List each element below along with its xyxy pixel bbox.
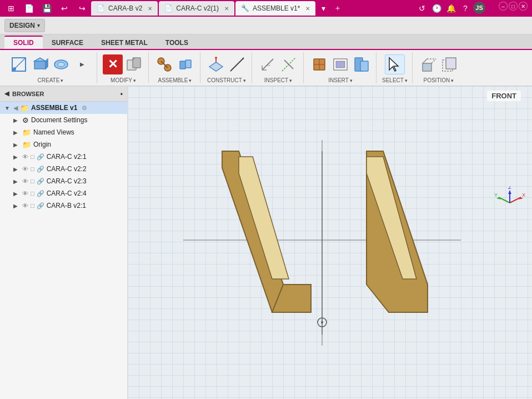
tab-assemble[interactable]: 🔧 ASSEMBLE v1* ✕: [235, 1, 315, 16]
tab-cara-b[interactable]: 📄 CARA-B v2 ✕: [91, 1, 158, 16]
new-tab-icon[interactable]: ＋: [331, 2, 344, 15]
section-select: SELECT ▾: [378, 52, 413, 83]
modify-text: MODIFY: [111, 77, 132, 83]
tab-solid[interactable]: SOLID: [4, 36, 43, 49]
refresh-icon[interactable]: ↺: [415, 2, 429, 15]
cara-c-1-check-icon[interactable]: □: [31, 153, 34, 160]
tab-cara-c[interactable]: 📄 CARA-C v2(1) ✕: [159, 1, 234, 16]
cara-c-3-arrow: ▶: [13, 178, 20, 184]
inspect-measure-tool[interactable]: ↔: [258, 54, 278, 74]
cara-c-4-eye-icon[interactable]: 👁: [22, 190, 28, 197]
app-menu-icon[interactable]: ⊞: [4, 2, 18, 15]
user-icon[interactable]: JS: [473, 2, 485, 14]
insert-tool3[interactable]: [352, 54, 372, 74]
viewport[interactable]: FRONT X Y Z: [128, 86, 532, 399]
origin-label: Origin: [33, 141, 51, 148]
svg-point-60: [321, 321, 323, 323]
tab-cara-c-label: CARA-C v2(1): [176, 4, 219, 12]
modify-tool2[interactable]: [124, 54, 144, 74]
insert-tool1[interactable]: [309, 54, 329, 74]
cara-b-1-eye-icon[interactable]: 👁: [22, 202, 28, 209]
root-arrow: ▼: [4, 105, 11, 111]
construct-label[interactable]: CONSTRUCT ▾: [207, 77, 246, 83]
tab-cara-b-icon: 📄: [97, 4, 105, 12]
cara-c-2-label: CARA-C v2:2: [47, 165, 87, 173]
design-dropdown[interactable]: DESIGN ▾: [4, 19, 45, 32]
construct-axis-tool[interactable]: [227, 54, 247, 74]
cara-b-1-check-icon[interactable]: □: [31, 202, 34, 209]
save-icon[interactable]: 💾: [40, 2, 53, 15]
main-layout: ◀ BROWSER • ▼ ◀ 📁 ASSEMBLE v1 ⚙ ▶ ⚙ Docu…: [0, 86, 532, 399]
undo-icon[interactable]: ↩: [58, 2, 71, 15]
help-icon[interactable]: ?: [459, 2, 472, 15]
select-tool[interactable]: [385, 54, 405, 74]
create-more-tool[interactable]: ▶: [72, 54, 92, 74]
create-revolve-tool[interactable]: [51, 54, 71, 74]
cara-c-1-eye-icon[interactable]: 👁: [22, 153, 28, 160]
tab-sheet-metal[interactable]: SHEET METAL: [92, 37, 157, 49]
cara-c-3-eye-icon[interactable]: 👁: [22, 178, 28, 184]
modify-delete-tool[interactable]: ✕: [103, 54, 123, 74]
create-tools: ▶: [9, 52, 92, 76]
bell-icon[interactable]: 🔔: [444, 2, 458, 15]
cara-c-1-arrow: ▶: [13, 154, 20, 160]
create-text: CREATE: [38, 77, 60, 83]
tree-named-views[interactable]: ▶ 📁 Named Views: [0, 126, 127, 138]
cara-c-2-eye-icon[interactable]: 👁: [22, 166, 28, 172]
create-label[interactable]: CREATE ▾: [38, 77, 64, 83]
create-extrude-tool[interactable]: [30, 54, 50, 74]
cara-c-2-check-icon[interactable]: □: [31, 166, 34, 172]
toolbar-main: ▶ CREATE ▾ ✕ MODIFY ▾: [0, 50, 532, 86]
root-gear-icon[interactable]: ⚙: [82, 104, 87, 112]
svg-point-19: [215, 57, 217, 59]
history-icon[interactable]: 🕐: [430, 2, 443, 15]
construct-plane-tool[interactable]: [206, 54, 226, 74]
assemble-label[interactable]: ASSEMBLE ▾: [158, 77, 192, 83]
tab-assemble-close[interactable]: ✕: [305, 6, 310, 12]
tab-surface[interactable]: SURFACE: [43, 37, 92, 49]
tab-tools[interactable]: TOOLS: [157, 37, 197, 49]
position-label[interactable]: POSITION ▾: [424, 77, 454, 83]
assemble-tool1[interactable]: [154, 54, 174, 74]
maximize-button[interactable]: □: [509, 2, 518, 11]
minimize-button[interactable]: –: [499, 2, 508, 11]
inspect-label[interactable]: INSPECT ▾: [264, 77, 292, 83]
cara-c-4-arrow: ▶: [13, 191, 20, 197]
svg-text:↔: ↔: [267, 63, 271, 68]
close-button[interactable]: ✕: [519, 2, 528, 11]
redo-icon[interactable]: ↪: [76, 2, 89, 15]
tree-cara-c-v2-1[interactable]: ▶ 👁 □ 🔗 CARA-C v2:1: [0, 151, 127, 163]
tree-document-settings[interactable]: ▶ ⚙ Document Settings: [0, 114, 127, 126]
file-icon[interactable]: 📄: [22, 2, 36, 15]
assemble-tool2[interactable]: [175, 54, 195, 74]
svg-marker-35: [389, 58, 398, 71]
collapse-icon[interactable]: ◀: [4, 90, 9, 97]
inspect-tool2[interactable]: [279, 54, 299, 74]
create-chevron-icon: ▾: [61, 78, 63, 83]
svg-rect-41: [446, 58, 456, 69]
tree-cara-c-v2-3[interactable]: ▶ 👁 □ 🔗 CARA-C v2:3: [0, 175, 127, 187]
tab-dropdown-icon[interactable]: ▾: [317, 2, 330, 15]
tab-cara-c-close[interactable]: ✕: [224, 6, 229, 12]
section-insert: INSERT ▾: [305, 52, 377, 83]
cara-c-3-check-icon[interactable]: □: [31, 178, 34, 184]
tree-origin[interactable]: ▶ 📁 Origin: [0, 138, 127, 151]
cad-canvas: [128, 86, 532, 399]
cara-c-4-check-icon[interactable]: □: [31, 190, 34, 197]
position-tool1[interactable]: [418, 54, 438, 74]
select-label[interactable]: SELECT ▾: [382, 77, 408, 83]
svg-rect-36: [423, 63, 431, 71]
tree-root[interactable]: ▼ ◀ 📁 ASSEMBLE v1 ⚙: [0, 102, 127, 114]
tree-cara-c-v2-2[interactable]: ▶ 👁 □ 🔗 CARA-C v2:2: [0, 163, 127, 175]
doc-settings-label: Document Settings: [31, 116, 87, 124]
tree-cara-b-v2-1[interactable]: ▶ 👁 □ 🔗 CARA-B v2:1: [0, 200, 127, 212]
tab-cara-b-close[interactable]: ✕: [148, 6, 152, 12]
insert-label[interactable]: INSERT ▾: [328, 77, 353, 83]
insert-canvas-tool[interactable]: [330, 54, 350, 74]
tree-cara-c-v2-4[interactable]: ▶ 👁 □ 🔗 CARA-C v2:4: [0, 187, 127, 200]
position-tool2[interactable]: [439, 54, 459, 74]
modify-label[interactable]: MODIFY ▾: [111, 77, 136, 83]
create-sketch-tool[interactable]: [9, 54, 29, 74]
browser-settings-icon[interactable]: •: [121, 90, 123, 98]
cara-b-1-arrow: ▶: [13, 203, 20, 209]
